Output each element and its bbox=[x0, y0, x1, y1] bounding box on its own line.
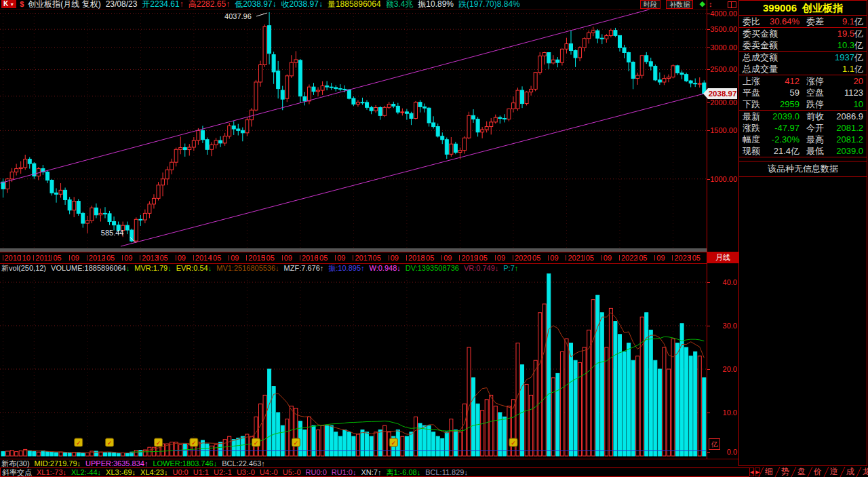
candle-body bbox=[490, 122, 493, 127]
candle-body bbox=[219, 140, 222, 143]
candle-body bbox=[334, 88, 338, 89]
quote-value: 20 bbox=[854, 75, 863, 87]
signal-marker-glyph: ✓ bbox=[254, 440, 259, 446]
volume-bar bbox=[334, 432, 338, 456]
trend-arrow-icon: ↓ bbox=[164, 468, 168, 476]
trend-arrow-icon: ↑ bbox=[378, 468, 382, 476]
price-axis: 2038.97 亿 4000.003500.003000.002500.0020… bbox=[707, 0, 738, 466]
candle-body bbox=[658, 80, 661, 82]
candle-body bbox=[64, 190, 67, 199]
trend-arrow-icon: ↓ bbox=[464, 468, 468, 476]
candle-body bbox=[366, 102, 369, 107]
x-axis-label: 2017 bbox=[355, 253, 371, 263]
volume-bar bbox=[427, 425, 431, 456]
candlestick-svg: 4037.96585.44 bbox=[0, 9, 707, 248]
axis-label: 40.0 bbox=[723, 278, 737, 286]
candle-body bbox=[685, 75, 688, 81]
kline-menu-label: K bbox=[3, 0, 8, 7]
candle-body bbox=[285, 76, 289, 98]
candle-body bbox=[352, 98, 355, 104]
axis-tick bbox=[707, 413, 710, 413]
trend-arrow-icon: ↓ bbox=[495, 264, 499, 272]
fill-data-button[interactable]: 补数据 bbox=[666, 0, 693, 9]
titlebar-buttons: 时段 补数据 ◆ bbox=[637, 0, 705, 9]
indicator-segment: XL2:-44↓ bbox=[71, 468, 101, 476]
prev-page-button[interactable]: ◀ bbox=[749, 468, 754, 476]
volume-bar bbox=[698, 356, 701, 456]
indicator-segment: U5:-0 bbox=[283, 468, 301, 476]
volume-chart[interactable]: ✓✓✓✓✓✓✓✓ bbox=[0, 273, 707, 458]
x-axis-label: 05 bbox=[53, 253, 61, 263]
candle-body bbox=[530, 89, 533, 92]
indicator-segment: U3:-0 bbox=[237, 468, 255, 476]
candle-body bbox=[645, 56, 648, 62]
candle-body bbox=[680, 73, 684, 74]
quote-label: 前收 bbox=[806, 111, 824, 122]
quote-cell: 今开2081.2 bbox=[803, 122, 867, 134]
candle-body bbox=[467, 115, 471, 138]
quote-label: 上涨 bbox=[743, 75, 760, 87]
quote-row: 总成交额1937亿 bbox=[739, 52, 867, 63]
trend-arrow-icon: ↓ bbox=[98, 468, 102, 476]
candle-body bbox=[347, 90, 351, 98]
volume-bar bbox=[321, 425, 324, 456]
candle-body bbox=[143, 213, 146, 220]
candle-body bbox=[587, 33, 591, 38]
indicator-segment: XN:7↑ bbox=[361, 468, 381, 476]
quote-value: -47.97 bbox=[774, 122, 800, 134]
trend-arrow-icon: ↓ bbox=[353, 468, 357, 476]
candlestick-chart[interactable]: 4037.96585.44 bbox=[0, 9, 707, 248]
candle-body bbox=[631, 62, 635, 78]
candle-body bbox=[370, 107, 373, 111]
x-axis-tick bbox=[601, 255, 602, 261]
candle-body bbox=[600, 38, 604, 39]
volume-bar bbox=[205, 444, 209, 456]
candle-body bbox=[502, 119, 506, 119]
trend-arrow-icon: ↓ bbox=[63, 468, 67, 476]
candle-body bbox=[649, 62, 652, 66]
volume-bar bbox=[232, 440, 235, 456]
candle-body bbox=[654, 66, 657, 80]
bottom-tab[interactable]: 龙 bbox=[859, 467, 868, 477]
trend-arrow-icon: ↓ bbox=[397, 264, 401, 272]
candle-body bbox=[547, 53, 551, 63]
volume-bar bbox=[268, 369, 271, 456]
x-axis-label: 09 bbox=[656, 253, 665, 263]
x-axis-label: 09 bbox=[124, 253, 132, 263]
x-axis-label: 05 bbox=[319, 253, 328, 263]
quote-cell: 现额21.4亿 bbox=[739, 145, 803, 157]
money-icon[interactable]: $ bbox=[20, 0, 24, 8]
candle-body bbox=[481, 130, 484, 132]
quote-row: 涨跌-47.97今开2081.2 bbox=[739, 122, 867, 134]
candle-body bbox=[698, 83, 701, 84]
indicator-segment: 振10.89% bbox=[418, 0, 454, 9]
timeframe-button[interactable]: 时段 bbox=[640, 0, 660, 9]
quote-label: 委卖金额 bbox=[743, 39, 778, 51]
x-axis-tick bbox=[371, 255, 372, 261]
signal-marker-glyph: ✓ bbox=[511, 440, 516, 446]
indicator-row-slope[interactable]: 斜率交点XL1:-73↓XL2:-44↓XL3:-69↓XL4:23↓U0:0U… bbox=[0, 468, 750, 477]
quote-rows: 委比30.64%委差9.1亿委买金额19.5亿委卖金额10.3亿总成交额1937… bbox=[739, 16, 867, 157]
candle-body bbox=[85, 221, 89, 223]
candle-body bbox=[330, 87, 333, 88]
candle-body bbox=[326, 86, 329, 88]
candle-body bbox=[623, 47, 626, 52]
quote-cell: 涨停20 bbox=[803, 75, 867, 87]
quote-cell: 前收2086.9 bbox=[803, 111, 867, 122]
volume-bar bbox=[41, 451, 45, 456]
indicator-segment: 额3.4兆 bbox=[386, 0, 414, 9]
volume-bar bbox=[258, 404, 262, 456]
quote-value: 2086.9 bbox=[836, 111, 863, 122]
kline-menu-button[interactable]: K▼ bbox=[1, 0, 16, 8]
indicator-segment: 振:10.895↑ bbox=[328, 264, 364, 272]
volume-bar bbox=[303, 430, 307, 456]
quote-row: 下跌2959跌停10 bbox=[739, 98, 867, 111]
volume-bar bbox=[609, 308, 612, 456]
candle-body bbox=[165, 170, 169, 179]
candle-body bbox=[583, 39, 586, 48]
candle-body bbox=[298, 60, 302, 96]
x-axis-tick bbox=[229, 255, 229, 261]
current-price-tag: 2038.97 bbox=[708, 88, 737, 99]
signal-marker-glyph: ✓ bbox=[107, 440, 113, 446]
volume-bar bbox=[436, 436, 439, 456]
